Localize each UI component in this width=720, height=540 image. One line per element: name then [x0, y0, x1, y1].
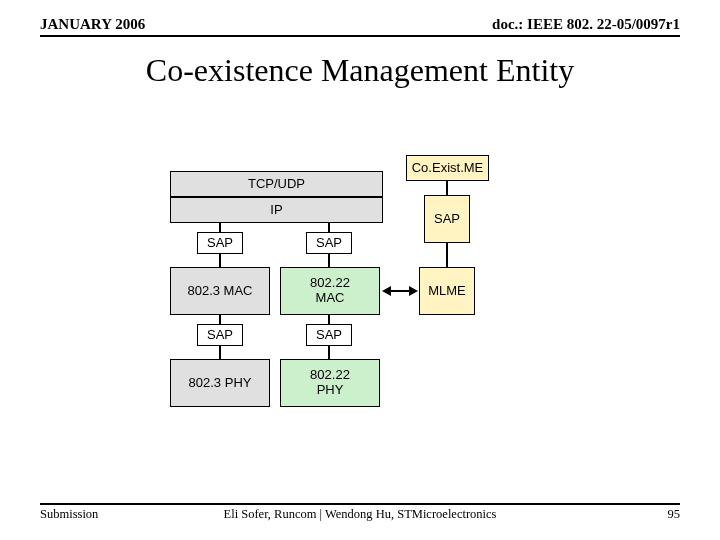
connector — [328, 223, 330, 232]
box-sap: SAP — [306, 232, 352, 254]
box-sap: SAP — [197, 232, 243, 254]
box-sap: SAP — [424, 195, 470, 243]
header-right: doc.: IEEE 802. 22-05/0097r1 — [492, 16, 680, 33]
box-mac-8023: 802.3 MAC — [170, 267, 270, 315]
footer: Submission Eli Sofer, Runcom | Wendong H… — [40, 503, 680, 522]
arrow-right-icon — [409, 286, 418, 296]
connector — [219, 346, 221, 359]
connector — [328, 315, 330, 324]
header: JANUARY 2006 doc.: IEEE 802. 22-05/0097r… — [40, 16, 680, 37]
page-title: Co-existence Management Entity — [0, 52, 720, 89]
connector — [219, 315, 221, 324]
box-coexist-me: Co.Exist.ME — [406, 155, 489, 181]
connector — [328, 346, 330, 359]
box-mlme: MLME — [419, 267, 475, 315]
box-phy-80222: 802.22 PHY — [280, 359, 380, 407]
connector — [446, 181, 448, 195]
architecture-diagram: Co.Exist.ME TCP/UDP IP SAP SAP SAP 802.3… — [170, 155, 570, 445]
header-left: JANUARY 2006 — [40, 16, 145, 33]
connector — [219, 223, 221, 232]
box-mac-80222: 802.22 MAC — [280, 267, 380, 315]
connector — [391, 290, 409, 292]
box-sap: SAP — [197, 324, 243, 346]
box-tcp-udp: TCP/UDP — [170, 171, 383, 197]
connector — [446, 243, 448, 267]
box-sap: SAP — [306, 324, 352, 346]
box-phy-8023: 802.3 PHY — [170, 359, 270, 407]
footer-left: Submission — [40, 507, 98, 522]
footer-page-number: 95 — [668, 507, 681, 522]
footer-center: Eli Sofer, Runcom | Wendong Hu, STMicroe… — [40, 507, 680, 522]
box-ip: IP — [170, 197, 383, 223]
connector — [328, 254, 330, 267]
connector — [219, 254, 221, 267]
arrow-left-icon — [382, 286, 391, 296]
